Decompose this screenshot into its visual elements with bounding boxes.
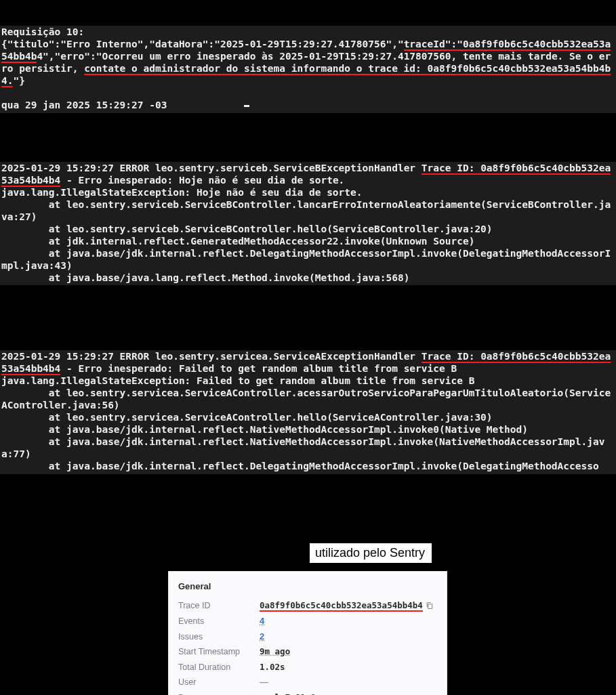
value-user: —	[260, 677, 268, 688]
copy-icon[interactable]	[426, 602, 434, 610]
log-text: - Erro inesperado: Hoje não é seu dia de…	[1, 175, 611, 283]
link-issues[interactable]: 2	[260, 631, 264, 642]
terminal-cursor	[244, 105, 249, 107]
panel-heading: General	[178, 581, 434, 592]
row-start-timestamp: Start Timestamp 9m ago	[178, 644, 434, 660]
svg-rect-0	[428, 604, 432, 609]
label-issues: Issues	[178, 632, 260, 643]
link-events[interactable]: 4	[260, 616, 264, 627]
terminal-output-1: Requisição 10: {"titulo":"Erro Interno",…	[0, 26, 616, 113]
log-text: - Erro inesperado: Failed to get random …	[1, 363, 611, 471]
label-events: Events	[178, 616, 260, 627]
value-total-duration: 1.02s	[260, 662, 285, 673]
label-start-timestamp: Start Timestamp	[178, 647, 260, 658]
row-trace-id: Trace ID 0a8f9f0b6c5c40cbb532ea53a54bb4b…	[178, 598, 434, 614]
label-user: User	[178, 677, 260, 688]
log-level-error: ERROR	[120, 351, 150, 362]
log-timestamp: 2025-01-29 15:29:27	[1, 163, 120, 173]
log-text: Requisição 10: {"titulo":"Erro Interno",…	[1, 26, 404, 49]
row-browser: Browser curl 7.81.0	[178, 690, 434, 695]
sentry-general-panel: General Trace ID 0a8f9f0b6c5c40cbb532ea5…	[168, 571, 447, 695]
row-events: Events 4	[178, 614, 434, 629]
trace-id-message-highlight: contate o administrador do sistema infor…	[1, 63, 611, 87]
log-timestamp: 2025-01-29 15:29:27	[1, 351, 120, 362]
row-total-duration: Total Duration 1.02s	[178, 660, 434, 675]
log-text: leo.sentry.servicea.ServiceAExceptionHan…	[149, 351, 422, 362]
value-trace-id: 0a8f9f0b6c5c40cbb532ea53a54bb4b4	[260, 600, 434, 612]
label-browser: Browser	[178, 693, 260, 695]
value-browser: curl 7.81.0	[260, 692, 316, 695]
terminal-output-3: 2025-01-29 15:29:27 ERROR leo.sentry.ser…	[0, 350, 616, 474]
row-issues: Issues 2	[178, 629, 434, 645]
trace-id-text: 0a8f9f0b6c5c40cbb532ea53a54bb4b4	[260, 600, 423, 612]
terminal-output-2: 2025-01-29 15:29:27 ERROR leo.sentry.ser…	[0, 162, 616, 286]
log-text: "} qua 29 jan 2025 15:29:27 -03	[1, 75, 244, 110]
value-start-timestamp: 9m ago	[260, 646, 290, 657]
log-text: leo.sentry.serviceb.ServiceBExceptionHan…	[149, 163, 422, 173]
caption-label: utilizado pelo Sentry	[308, 543, 432, 563]
label-total-duration: Total Duration	[178, 662, 260, 673]
log-level-error: ERROR	[120, 163, 150, 173]
row-user: User —	[178, 675, 434, 690]
label-trace-id: Trace ID	[178, 601, 260, 612]
